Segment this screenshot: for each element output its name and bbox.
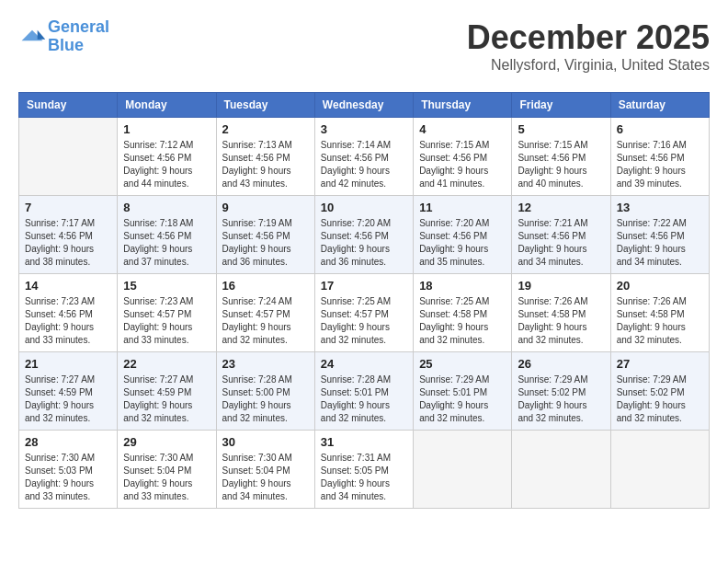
- day-number: 23: [222, 357, 309, 371]
- weekday-header-thursday: Thursday: [414, 93, 512, 118]
- calendar-cell: 30Sunrise: 7:30 AMSunset: 5:04 PMDayligh…: [216, 431, 314, 509]
- weekday-header-tuesday: Tuesday: [216, 93, 314, 118]
- day-number: 7: [25, 201, 111, 214]
- day-info: Sunrise: 7:15 AMSunset: 4:56 PMDaylight:…: [419, 139, 506, 190]
- day-number: 2: [222, 122, 309, 136]
- calendar-cell: 3Sunrise: 7:14 AMSunset: 4:56 PMDaylight…: [314, 118, 413, 196]
- day-info: Sunrise: 7:27 AMSunset: 4:59 PMDaylight:…: [123, 373, 210, 425]
- calendar-cell: [512, 431, 610, 509]
- day-number: 11: [419, 201, 506, 214]
- location: Nellysford, Virginia, United States: [467, 57, 710, 74]
- day-number: 16: [222, 279, 309, 293]
- day-info: Sunrise: 7:28 AMSunset: 5:00 PMDaylight:…: [222, 373, 309, 425]
- day-info: Sunrise: 7:25 AMSunset: 4:57 PMDaylight:…: [321, 295, 407, 347]
- calendar-cell: 9Sunrise: 7:19 AMSunset: 4:56 PMDaylight…: [216, 196, 314, 274]
- calendar-cell: 23Sunrise: 7:28 AMSunset: 5:00 PMDayligh…: [216, 352, 314, 431]
- day-number: 25: [419, 357, 506, 371]
- logo-general: General: [48, 17, 109, 36]
- day-info: Sunrise: 7:18 AMSunset: 4:56 PMDaylight:…: [123, 217, 210, 269]
- calendar-cell: 28Sunrise: 7:30 AMSunset: 5:03 PMDayligh…: [19, 431, 118, 509]
- calendar-cell: 8Sunrise: 7:18 AMSunset: 4:56 PMDaylight…: [118, 196, 216, 274]
- day-info: Sunrise: 7:16 AMSunset: 4:56 PMDaylight:…: [617, 139, 703, 190]
- weekday-header-saturday: Saturday: [610, 93, 709, 118]
- calendar-cell: 1Sunrise: 7:12 AMSunset: 4:56 PMDaylight…: [118, 118, 216, 196]
- calendar-cell: 31Sunrise: 7:31 AMSunset: 5:05 PMDayligh…: [314, 431, 413, 509]
- calendar-cell: 11Sunrise: 7:20 AMSunset: 4:56 PMDayligh…: [414, 196, 512, 274]
- calendar-cell: [19, 118, 118, 196]
- day-info: Sunrise: 7:29 AMSunset: 5:02 PMDaylight:…: [617, 373, 703, 425]
- day-number: 10: [321, 201, 407, 214]
- day-number: 12: [518, 201, 604, 214]
- day-number: 9: [222, 201, 309, 214]
- day-number: 17: [321, 279, 407, 293]
- day-number: 5: [518, 122, 604, 136]
- calendar-cell: 16Sunrise: 7:24 AMSunset: 4:57 PMDayligh…: [216, 274, 314, 352]
- calendar-cell: 29Sunrise: 7:30 AMSunset: 5:04 PMDayligh…: [118, 431, 216, 509]
- title-section: December 2025 Nellysford, Virginia, Unit…: [467, 18, 710, 74]
- day-info: Sunrise: 7:22 AMSunset: 4:56 PMDaylight:…: [617, 217, 703, 269]
- day-number: 30: [222, 435, 309, 449]
- calendar-cell: 4Sunrise: 7:15 AMSunset: 4:56 PMDaylight…: [414, 118, 512, 196]
- day-number: 27: [617, 357, 703, 371]
- logo: General Blue: [18, 18, 109, 55]
- day-number: 8: [123, 201, 210, 214]
- day-info: Sunrise: 7:20 AMSunset: 4:56 PMDaylight:…: [321, 217, 407, 269]
- calendar-cell: 17Sunrise: 7:25 AMSunset: 4:57 PMDayligh…: [314, 274, 413, 352]
- calendar-table: SundayMondayTuesdayWednesdayThursdayFrid…: [18, 92, 710, 509]
- calendar-cell: 18Sunrise: 7:25 AMSunset: 4:58 PMDayligh…: [414, 274, 512, 352]
- weekday-header-sunday: Sunday: [19, 93, 118, 118]
- day-info: Sunrise: 7:23 AMSunset: 4:57 PMDaylight:…: [123, 295, 210, 347]
- day-info: Sunrise: 7:24 AMSunset: 4:57 PMDaylight:…: [222, 295, 309, 347]
- day-info: Sunrise: 7:13 AMSunset: 4:56 PMDaylight:…: [222, 139, 309, 190]
- day-number: 19: [518, 279, 604, 293]
- day-number: 26: [518, 357, 604, 371]
- day-info: Sunrise: 7:21 AMSunset: 4:56 PMDaylight:…: [518, 217, 604, 269]
- day-number: 6: [617, 122, 703, 136]
- day-number: 28: [25, 435, 111, 449]
- calendar-cell: 13Sunrise: 7:22 AMSunset: 4:56 PMDayligh…: [610, 196, 709, 274]
- calendar-cell: 7Sunrise: 7:17 AMSunset: 4:56 PMDaylight…: [19, 196, 118, 274]
- calendar-cell: 26Sunrise: 7:29 AMSunset: 5:02 PMDayligh…: [512, 352, 610, 431]
- calendar-cell: 21Sunrise: 7:27 AMSunset: 4:59 PMDayligh…: [19, 352, 118, 431]
- day-info: Sunrise: 7:14 AMSunset: 4:56 PMDaylight:…: [321, 139, 407, 190]
- calendar-cell: [610, 431, 709, 509]
- day-number: 22: [123, 357, 210, 371]
- day-number: 21: [25, 357, 111, 371]
- logo-blue: Blue: [48, 36, 84, 54]
- calendar-cell: 19Sunrise: 7:26 AMSunset: 4:58 PMDayligh…: [512, 274, 610, 352]
- day-info: Sunrise: 7:31 AMSunset: 5:05 PMDaylight:…: [321, 452, 407, 503]
- day-info: Sunrise: 7:17 AMSunset: 4:56 PMDaylight:…: [25, 217, 111, 269]
- calendar-cell: 27Sunrise: 7:29 AMSunset: 5:02 PMDayligh…: [610, 352, 709, 431]
- day-info: Sunrise: 7:29 AMSunset: 5:01 PMDaylight:…: [419, 373, 506, 425]
- day-number: 1: [123, 122, 210, 136]
- weekday-header-friday: Friday: [512, 93, 610, 118]
- calendar-cell: [414, 431, 512, 509]
- day-number: 29: [123, 435, 210, 449]
- calendar-cell: 6Sunrise: 7:16 AMSunset: 4:56 PMDaylight…: [610, 118, 709, 196]
- day-number: 13: [617, 201, 703, 214]
- calendar-cell: 24Sunrise: 7:28 AMSunset: 5:01 PMDayligh…: [314, 352, 413, 431]
- month-year: December 2025: [467, 18, 710, 57]
- day-number: 20: [617, 279, 703, 293]
- day-info: Sunrise: 7:26 AMSunset: 4:58 PMDaylight:…: [617, 295, 703, 347]
- weekday-header-monday: Monday: [118, 93, 216, 118]
- day-number: 3: [321, 122, 407, 136]
- calendar-cell: 15Sunrise: 7:23 AMSunset: 4:57 PMDayligh…: [118, 274, 216, 352]
- day-number: 18: [419, 279, 506, 293]
- day-info: Sunrise: 7:30 AMSunset: 5:04 PMDaylight:…: [123, 452, 210, 503]
- calendar-cell: 22Sunrise: 7:27 AMSunset: 4:59 PMDayligh…: [118, 352, 216, 431]
- day-info: Sunrise: 7:25 AMSunset: 4:58 PMDaylight:…: [419, 295, 506, 347]
- calendar-cell: 5Sunrise: 7:15 AMSunset: 4:56 PMDaylight…: [512, 118, 610, 196]
- day-number: 24: [321, 357, 407, 371]
- day-info: Sunrise: 7:30 AMSunset: 5:04 PMDaylight:…: [222, 452, 309, 503]
- day-info: Sunrise: 7:23 AMSunset: 4:56 PMDaylight:…: [25, 295, 111, 347]
- day-number: 31: [321, 435, 407, 449]
- calendar-cell: 10Sunrise: 7:20 AMSunset: 4:56 PMDayligh…: [314, 196, 413, 274]
- calendar-cell: 25Sunrise: 7:29 AMSunset: 5:01 PMDayligh…: [414, 352, 512, 431]
- day-info: Sunrise: 7:26 AMSunset: 4:58 PMDaylight:…: [518, 295, 604, 347]
- calendar-cell: 20Sunrise: 7:26 AMSunset: 4:58 PMDayligh…: [610, 274, 709, 352]
- weekday-header-wednesday: Wednesday: [314, 93, 413, 118]
- day-number: 14: [25, 279, 111, 293]
- day-info: Sunrise: 7:20 AMSunset: 4:56 PMDaylight:…: [419, 217, 506, 269]
- calendar-cell: 14Sunrise: 7:23 AMSunset: 4:56 PMDayligh…: [19, 274, 118, 352]
